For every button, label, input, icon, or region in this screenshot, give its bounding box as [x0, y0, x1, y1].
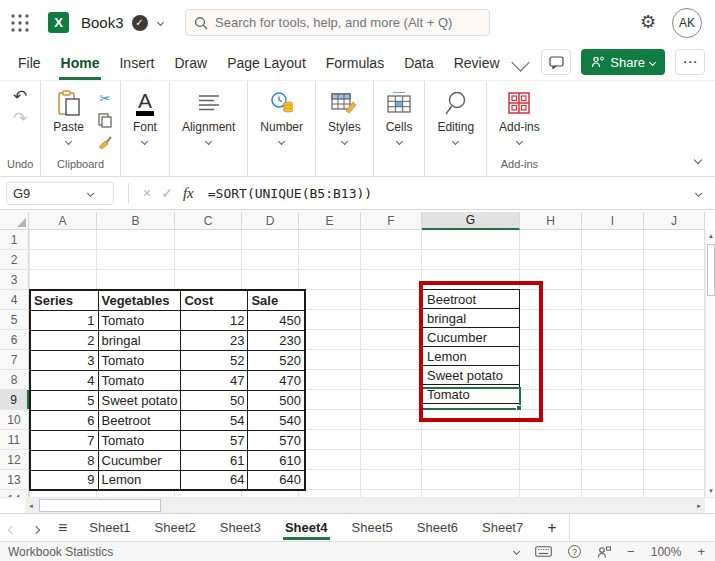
cell-b13[interactable]: Lemon — [98, 470, 181, 490]
cell-d12[interactable]: 610 — [248, 450, 305, 470]
sheet-tab-sheet6[interactable]: Sheet6 — [405, 515, 470, 540]
prev-sheet-chevron-icon[interactable] — [0, 515, 24, 541]
comments-button[interactable] — [541, 49, 571, 75]
vertical-scrollbar-thumb[interactable] — [707, 244, 715, 296]
share-button[interactable]: Share — [581, 49, 665, 75]
scroll-up-arrow-icon[interactable]: ▲ — [706, 230, 715, 242]
table-row[interactable]: 7 Tomato 57 570 — [30, 430, 305, 450]
sheet-tab-sheet5[interactable]: Sheet5 — [340, 515, 405, 540]
cell-d7[interactable]: 520 — [248, 350, 305, 370]
alignment-menu-button[interactable]: Alignment — [175, 85, 242, 147]
excel-logo-icon[interactable]: X — [48, 12, 69, 33]
search-box[interactable] — [185, 9, 490, 36]
column-header-c[interactable]: C — [175, 212, 242, 230]
all-sheets-menu-icon[interactable]: ≡ — [48, 519, 77, 537]
column-header-f[interactable]: F — [361, 212, 422, 230]
title-chevron-down-icon[interactable] — [157, 19, 164, 26]
table-row[interactable]: 6 Beetroot 54 540 — [30, 410, 305, 430]
table-row[interactable]: 5 Sweet potato 50 500 — [30, 390, 305, 410]
zoom-in-button[interactable]: + — [697, 544, 705, 559]
cell-d8[interactable]: 470 — [248, 370, 305, 390]
cell-a9[interactable]: 5 — [30, 390, 98, 410]
saved-status-icon[interactable]: ✓ — [132, 15, 148, 31]
cell-a5[interactable]: 1 — [30, 310, 98, 330]
styles-menu-button[interactable]: Styles — [321, 85, 368, 147]
cell-d13[interactable]: 640 — [248, 470, 305, 490]
header-cell-vegetables[interactable]: Vegetables — [98, 290, 181, 310]
next-sheet-chevron-icon[interactable] — [24, 515, 48, 541]
cell-c13[interactable]: 64 — [181, 470, 248, 490]
column-header-j[interactable]: J — [644, 212, 705, 230]
tab-data[interactable]: Data — [394, 49, 444, 77]
header-cell-cost[interactable]: Cost — [181, 290, 248, 310]
column-header-a[interactable]: A — [29, 212, 97, 230]
header-cell-series[interactable]: Series — [30, 290, 98, 310]
table-row[interactable]: 8 Cucumber 61 610 — [30, 450, 305, 470]
cell-a6[interactable]: 2 — [30, 330, 98, 350]
cell-b6[interactable]: bringal — [98, 330, 181, 350]
cell-c10[interactable]: 54 — [181, 410, 248, 430]
insert-function-icon[interactable]: fx — [183, 185, 194, 202]
cancel-entry-icon[interactable]: × — [143, 185, 151, 201]
sheet-tab-sheet7[interactable]: Sheet7 — [470, 515, 535, 540]
tab-home[interactable]: Home — [51, 49, 110, 77]
tab-insert[interactable]: Insert — [109, 49, 164, 77]
cell-a12[interactable]: 8 — [30, 450, 98, 470]
vertical-scrollbar[interactable]: ▲ ▼ — [705, 230, 715, 497]
column-header-i[interactable]: I — [582, 212, 644, 230]
sheet-tab-sheet4-active[interactable]: Sheet4 — [273, 515, 340, 540]
account-avatar[interactable]: AK — [672, 8, 702, 38]
zoom-out-button[interactable]: − — [627, 544, 635, 559]
sheet-tab-sheet2[interactable]: Sheet2 — [143, 515, 208, 540]
cell-b5[interactable]: Tomato — [98, 310, 181, 330]
cell-d11[interactable]: 570 — [248, 430, 305, 450]
cell-b7[interactable]: Tomato — [98, 350, 181, 370]
horizontal-scrollbar[interactable]: ◄ ► — [0, 497, 715, 513]
more-tabs-chevron-icon[interactable] — [511, 53, 529, 71]
cell-a7[interactable]: 3 — [30, 350, 98, 370]
cell-a13[interactable]: 9 — [30, 470, 98, 490]
header-cell-sale[interactable]: Sale — [248, 290, 305, 310]
cell-b11[interactable]: Tomato — [98, 430, 181, 450]
cell-b9[interactable]: Sweet potato — [98, 390, 181, 410]
cell-b8[interactable]: Tomato — [98, 370, 181, 390]
cell-c8[interactable]: 47 — [181, 370, 248, 390]
cell-d5[interactable]: 450 — [248, 310, 305, 330]
scroll-right-arrow-icon[interactable]: ► — [693, 498, 705, 513]
tab-formulas[interactable]: Formulas — [316, 49, 394, 77]
sheet-tab-sheet1[interactable]: Sheet1 — [77, 515, 142, 540]
cell-d6[interactable]: 230 — [248, 330, 305, 350]
sheet-tab-sheet3[interactable]: Sheet3 — [208, 515, 273, 540]
column-header-b[interactable]: B — [97, 212, 175, 230]
number-menu-button[interactable]: Number — [253, 85, 310, 147]
cell-b10[interactable]: Beetroot — [98, 410, 181, 430]
cell-c7[interactable]: 52 — [181, 350, 248, 370]
horizontal-scrollbar-track[interactable]: ◄ ► — [25, 498, 705, 513]
table-row[interactable]: 1 Tomato 12 450 — [30, 310, 305, 330]
table-header-row[interactable]: Series Vegetables Cost Sale — [30, 290, 305, 310]
status-chevron-down-icon[interactable] — [513, 548, 520, 555]
table-row[interactable]: 3 Tomato 52 520 — [30, 350, 305, 370]
copy-icon[interactable] — [95, 111, 115, 129]
name-box[interactable]: G9 — [6, 182, 114, 205]
tab-review[interactable]: Review — [444, 49, 510, 77]
search-input[interactable] — [215, 15, 475, 30]
cell-c5[interactable]: 12 — [181, 310, 248, 330]
column-header-d[interactable]: D — [242, 212, 299, 230]
undo-button[interactable]: ↶ — [13, 87, 27, 107]
column-header-g-selected[interactable]: G — [422, 212, 520, 230]
column-header-h[interactable]: H — [520, 212, 582, 230]
cut-icon[interactable]: ✂ — [95, 89, 115, 107]
expand-formula-bar-chevron-icon[interactable] — [695, 189, 702, 196]
horizontal-scrollbar-thumb[interactable] — [39, 499, 161, 512]
document-title[interactable]: Book3 — [81, 14, 124, 31]
settings-gear-icon[interactable]: ⚙ — [640, 10, 656, 34]
tab-file[interactable]: File — [8, 49, 51, 77]
tab-page-layout[interactable]: Page Layout — [217, 49, 316, 77]
cell-c11[interactable]: 57 — [181, 430, 248, 450]
feedback-person-icon[interactable] — [597, 546, 611, 558]
cell-c12[interactable]: 61 — [181, 450, 248, 470]
scroll-left-arrow-icon[interactable]: ◄ — [25, 498, 37, 513]
cell-b12[interactable]: Cucumber — [98, 450, 181, 470]
workbook-statistics-button[interactable]: Workbook Statistics — [8, 545, 113, 559]
